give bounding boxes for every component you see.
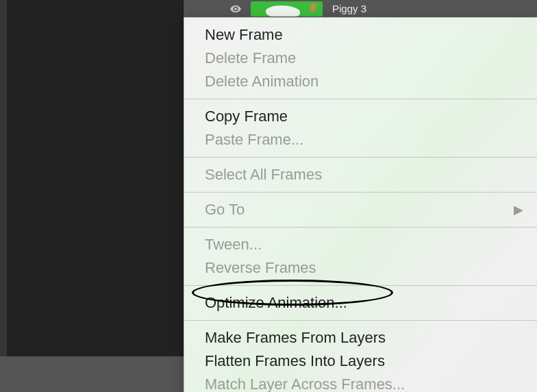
timeline-panel-menu: New Frame Delete Frame Delete Animation … (184, 17, 537, 392)
menu-item-go-to: Go To ▶ (184, 198, 537, 221)
menu-item-make-frames-from-layers[interactable]: Make Frames From Layers (184, 326, 537, 350)
menu-item-new-frame[interactable]: New Frame (184, 23, 537, 47)
menu-separator (184, 285, 537, 286)
menu-separator (184, 320, 537, 321)
menu-separator (184, 99, 537, 99)
menu-item-reverse-frames: Reverse Frames (184, 256, 537, 280)
menu-item-delete-frame: Delete Frame (184, 47, 537, 70)
menu-separator (184, 157, 537, 158)
menu-item-tween: Tween... (184, 233, 537, 256)
menu-item-select-all-frames: Select All Frames (184, 163, 537, 186)
layer-name-label: Piggy 3 (332, 3, 366, 14)
menu-item-flatten-frames-into-layers[interactable]: Flatten Frames Into Layers (184, 350, 537, 373)
svg-point-0 (234, 8, 237, 10)
submenu-arrow-icon: ▶ (514, 200, 523, 219)
left-gutter (0, 0, 7, 356)
menu-separator (184, 227, 537, 228)
menu-item-optimize-animation[interactable]: Optimize Animation... (184, 291, 537, 315)
layer-row[interactable]: Piggy 3 (184, 0, 537, 18)
menu-item-copy-frame[interactable]: Copy Frame (184, 105, 537, 128)
visibility-eye-icon[interactable] (230, 3, 241, 14)
menu-item-delete-animation: Delete Animation (184, 70, 537, 93)
menu-item-label: Go To (205, 201, 245, 218)
menu-separator (184, 192, 537, 193)
menu-item-paste-frame: Paste Frame... (184, 128, 537, 151)
menu-item-match-layer-across-frames: Match Layer Across Frames... (184, 373, 537, 392)
dark-panel (7, 0, 184, 356)
layer-thumbnail[interactable] (251, 1, 323, 16)
